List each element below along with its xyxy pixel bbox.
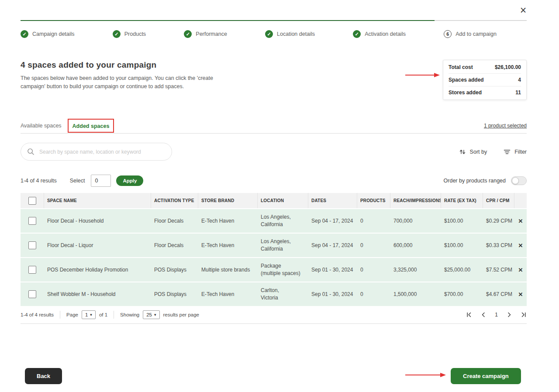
location-line2: (multiple spaces) [261, 270, 308, 277]
check-circle-icon: ✓ [21, 30, 28, 38]
add-to-campaign-modal: × ✓ Campaign details ✓ Products ✓ Perfor… [0, 0, 559, 392]
chevron-down-icon: ▾ [154, 313, 156, 317]
page-subtitle: The spaces below have been added to your… [21, 74, 231, 91]
results-count: 1-4 of 4 results [21, 178, 57, 184]
stepper: ✓ Campaign details ✓ Products ✓ Performa… [21, 30, 497, 38]
table-row: Floor Decal - Household Floor Decals E-T… [21, 209, 527, 233]
summary-row-total-cost: Total cost $26,100.00 [449, 61, 521, 74]
cell-cpr-cpm: $0.33 CPM [483, 242, 514, 248]
row-checkbox[interactable] [28, 266, 36, 274]
cell-rate: $100.00 [441, 218, 483, 224]
cell-dates: Sep 04 - 17, 2024 [308, 242, 357, 248]
page-select-value: 1 [85, 312, 88, 317]
cell-activation-type: POS Displays [151, 267, 198, 273]
product-selected-link[interactable]: 1 product selected [484, 123, 527, 129]
pagination-nav: 1 [466, 312, 527, 318]
apply-button[interactable]: Apply [116, 175, 143, 186]
per-page-select[interactable]: 25 ▾ [143, 310, 159, 319]
per-page-label: results per page [163, 312, 199, 317]
of-label: of 1 [99, 312, 107, 317]
row-checkbox[interactable] [28, 217, 36, 225]
header-location: LOCATION [258, 193, 308, 208]
order-toggle[interactable] [511, 176, 527, 185]
step-location-details[interactable]: ✓ Location details [265, 30, 315, 38]
step-label: Performance [196, 31, 227, 37]
cell-activation-type: Floor Decals [151, 242, 198, 248]
cell-store-brand: E-Tech Haven [198, 291, 258, 297]
step-label: Add to campaign [455, 31, 497, 37]
toggle-knob [512, 177, 519, 184]
spaces-tabs: Available spaces Added spaces 1 product … [21, 118, 527, 134]
divider [60, 311, 60, 319]
select-label: Select [70, 178, 85, 184]
create-campaign-button[interactable]: Create campaign [451, 368, 521, 384]
check-circle-icon: ✓ [353, 30, 361, 38]
cell-checkbox [21, 290, 44, 298]
summary-row-stores-added: Stores added 11 [449, 86, 521, 99]
location-line1: Los Angeles, [261, 238, 308, 245]
check-circle-icon: ✓ [113, 30, 121, 38]
summary-row-spaces-added: Spaces added 4 [449, 74, 521, 86]
select-all-checkbox[interactable] [28, 197, 36, 205]
search-box [21, 143, 172, 161]
step-activation-details[interactable]: ✓ Activation details [353, 30, 406, 38]
cell-space-name: Floor Decal - Liquor [44, 242, 151, 248]
first-page-icon[interactable] [466, 312, 472, 318]
summary-label: Total cost [449, 64, 473, 70]
close-icon[interactable]: × [517, 3, 530, 17]
summary-value: 4 [518, 77, 521, 83]
next-page-icon[interactable] [506, 312, 512, 318]
cell-dates: Sep 01 - 30, 2024 [308, 267, 357, 273]
header-products: PRODUCTS [357, 193, 390, 208]
cell-rate: $25,000.00 [441, 267, 483, 273]
step-add-to-campaign[interactable]: 6 Add to campaign [444, 30, 497, 38]
header-reach: REACH/IMPRESSIONS [390, 193, 441, 208]
select-count-input[interactable] [91, 175, 111, 187]
order-toggle-wrap: Order by products ranged [444, 176, 527, 185]
remove-space-icon[interactable]: ✕ [514, 267, 527, 273]
current-page-number[interactable]: 1 [495, 312, 498, 318]
prev-page-icon[interactable] [480, 312, 487, 318]
step-products[interactable]: ✓ Products [113, 30, 146, 38]
last-page-icon[interactable] [521, 312, 527, 318]
cell-products: 0 [357, 242, 390, 248]
header-dates: DATES [308, 193, 357, 208]
header-activation-type: ACTIVATION TYPE [151, 193, 198, 208]
row-checkbox[interactable] [28, 290, 36, 298]
step-label: Location details [277, 31, 315, 37]
table-header-row: SPACE NAME ACTIVATION TYPE STORE BRAND L… [21, 193, 527, 208]
step-label: Activation details [365, 31, 406, 37]
cell-dates: Sep 01 - 30, 2024 [308, 291, 357, 297]
tab-added-spaces[interactable]: Added spaces [72, 123, 110, 129]
tab-available-spaces[interactable]: Available spaces [21, 123, 62, 129]
step-performance[interactable]: ✓ Performance [184, 30, 227, 38]
cell-checkbox [21, 241, 44, 249]
cell-rate: $700.00 [441, 291, 483, 297]
results-bar: 1-4 of 4 results Select Apply Order by p… [21, 174, 527, 187]
step-campaign-details[interactable]: ✓ Campaign details [21, 30, 75, 38]
cell-store-brand: Multiple store brands [198, 267, 258, 273]
chevron-down-icon: ▾ [90, 313, 92, 317]
search-input[interactable] [38, 148, 166, 155]
cell-cpr-cpm: $4.67 CPM [483, 291, 514, 297]
remove-space-icon[interactable]: ✕ [514, 218, 527, 224]
location-line2: California [261, 221, 308, 228]
cell-space-name: POS December Holiday Promotion [44, 267, 151, 273]
step-number-icon: 6 [444, 30, 452, 38]
row-checkbox[interactable] [28, 241, 36, 249]
header-remove [514, 193, 527, 208]
location-line1: Package [261, 262, 308, 270]
filter-button[interactable]: Filter [504, 148, 527, 155]
remove-space-icon[interactable]: ✕ [514, 291, 527, 298]
page-title: 4 spaces added to your campaign [21, 60, 156, 70]
remove-space-icon[interactable]: ✕ [514, 242, 527, 249]
cell-reach: 700,000 [390, 218, 441, 224]
page-select[interactable]: 1 ▾ [82, 310, 96, 319]
showing-label: Showing [120, 312, 139, 317]
cell-store-brand: E-Tech Haven [198, 242, 258, 248]
back-button[interactable]: Back [25, 368, 62, 384]
cell-store-brand: E-Tech Haven [198, 218, 258, 224]
divider [114, 311, 114, 319]
pagination-bar: 1-4 of 4 results Page 1 ▾ of 1 Showing 2… [21, 306, 527, 324]
sort-by-button[interactable]: Sort by [459, 148, 487, 155]
